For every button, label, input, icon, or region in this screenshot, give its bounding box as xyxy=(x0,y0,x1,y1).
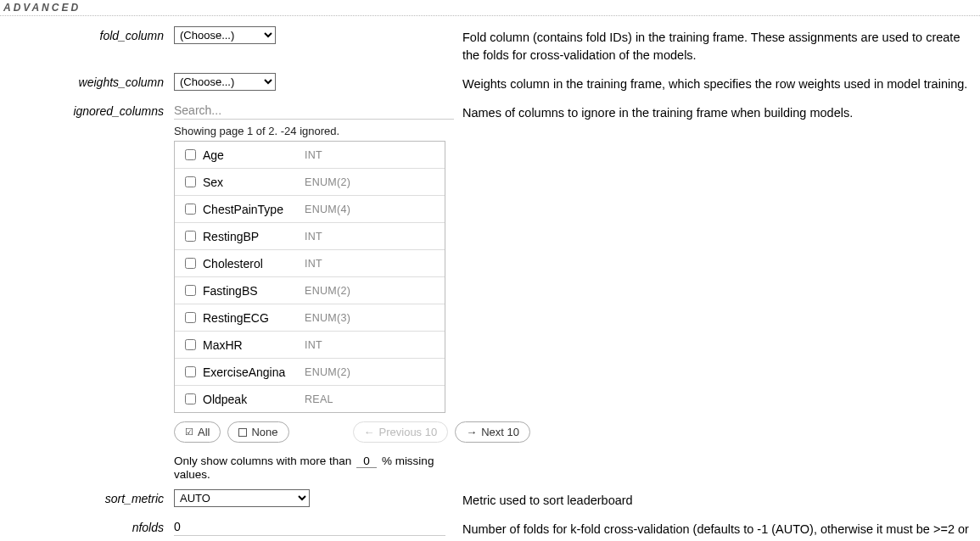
column-type: REAL xyxy=(305,393,333,405)
next-label: Next 10 xyxy=(481,426,519,438)
column-item: ChestPainTypeENUM(4) xyxy=(175,196,445,223)
column-checkbox[interactable] xyxy=(185,366,196,377)
row-weights-column: weights_column (Choose...) Weights colum… xyxy=(0,73,980,93)
column-type: INT xyxy=(305,149,322,161)
column-item: RestingECGENUM(3) xyxy=(175,304,445,332)
column-name: ExerciseAngina xyxy=(203,365,305,379)
column-name: Sex xyxy=(203,176,305,189)
column-checkbox[interactable] xyxy=(185,285,196,296)
section-header-advanced: ADVANCED xyxy=(0,0,980,16)
label-fold-column: fold_column xyxy=(0,26,174,42)
desc-nfolds: Number of folds for k-fold cross-validat… xyxy=(462,518,980,541)
row-nfolds: nfolds Number of folds for k-fold cross-… xyxy=(0,518,980,541)
column-item: ExerciseAnginaENUM(2) xyxy=(175,359,445,386)
column-name: Age xyxy=(203,148,305,162)
previous-page-button: ← Previous 10 xyxy=(353,421,449,443)
select-none-button[interactable]: None xyxy=(227,421,288,443)
missing-filter-line: Only show columns with more than % missi… xyxy=(174,455,454,481)
column-name: Cholesterol xyxy=(203,257,305,270)
desc-weights-column: Weights column in the training frame, wh… xyxy=(462,73,980,93)
select-all-button[interactable]: ☑ All xyxy=(174,421,221,443)
column-name: RestingBP xyxy=(203,230,305,243)
select-all-label: All xyxy=(198,426,210,438)
sort-metric-select[interactable]: AUTO xyxy=(174,489,310,507)
column-type: ENUM(4) xyxy=(305,204,350,215)
column-checkbox[interactable] xyxy=(185,339,196,350)
arrow-left-icon: ← xyxy=(364,426,375,438)
missing-threshold-input[interactable] xyxy=(356,455,377,468)
column-item: AgeINT xyxy=(175,142,445,169)
column-type: ENUM(2) xyxy=(305,285,350,297)
ignored-columns-search-input[interactable] xyxy=(174,102,454,120)
column-type: ENUM(3) xyxy=(305,312,350,324)
weights-column-select[interactable]: (Choose...) xyxy=(174,73,276,91)
column-type: INT xyxy=(305,339,322,351)
column-name: MaxHR xyxy=(203,338,305,352)
column-checkbox[interactable] xyxy=(185,204,196,215)
column-item: MaxHRINT xyxy=(175,332,445,359)
row-fold-column: fold_column (Choose...) Fold column (con… xyxy=(0,26,980,64)
square-icon xyxy=(238,428,247,437)
column-type: ENUM(2) xyxy=(305,366,350,378)
label-nfolds: nfolds xyxy=(0,518,174,534)
column-type: ENUM(2) xyxy=(305,176,350,188)
desc-sort-metric: Metric used to sort leaderboard xyxy=(462,489,980,510)
label-weights-column: weights_column xyxy=(0,73,174,89)
column-checkbox[interactable] xyxy=(185,176,196,187)
arrow-right-icon: → xyxy=(466,426,477,438)
column-name: Oldpeak xyxy=(203,393,305,406)
column-name: ChestPainType xyxy=(203,203,305,216)
previous-label: Previous 10 xyxy=(379,426,438,438)
filter-prefix: Only show columns with more than xyxy=(174,455,351,467)
fold-column-select[interactable]: (Choose...) xyxy=(174,26,276,44)
column-checkbox[interactable] xyxy=(185,258,196,269)
row-sort-metric: sort_metric AUTO Metric used to sort lea… xyxy=(0,489,980,510)
desc-fold-column: Fold column (contains fold IDs) in the t… xyxy=(462,26,980,64)
column-name: FastingBS xyxy=(203,284,305,298)
row-ignored-columns: ignored_columns Showing page 1 of 2. -24… xyxy=(0,102,980,481)
ignored-columns-paging-msg: Showing page 1 of 2. -24 ignored. xyxy=(174,125,454,137)
column-type: INT xyxy=(305,258,322,270)
column-item: FastingBSENUM(2) xyxy=(175,277,445,304)
label-sort-metric: sort_metric xyxy=(0,489,174,505)
nfolds-input[interactable] xyxy=(174,518,445,536)
column-type: INT xyxy=(305,231,322,243)
column-item: SexENUM(2) xyxy=(175,169,445,196)
column-item: RestingBPINT xyxy=(175,223,445,250)
check-icon: ☑ xyxy=(185,427,193,437)
column-item: CholesterolINT xyxy=(175,250,445,277)
ignored-columns-list: AgeINTSexENUM(2)ChestPainTypeENUM(4)Rest… xyxy=(174,141,445,413)
column-name: RestingECG xyxy=(203,311,305,325)
column-checkbox[interactable] xyxy=(185,312,196,323)
column-item: OldpeakREAL xyxy=(175,386,445,412)
column-checkbox[interactable] xyxy=(185,393,196,404)
column-checkbox[interactable] xyxy=(185,149,196,160)
select-none-label: None xyxy=(251,426,277,438)
desc-ignored-columns: Names of columns to ignore in the traini… xyxy=(462,102,980,122)
label-ignored-columns: ignored_columns xyxy=(0,102,174,118)
column-checkbox[interactable] xyxy=(185,231,196,242)
next-page-button[interactable]: → Next 10 xyxy=(455,421,530,443)
